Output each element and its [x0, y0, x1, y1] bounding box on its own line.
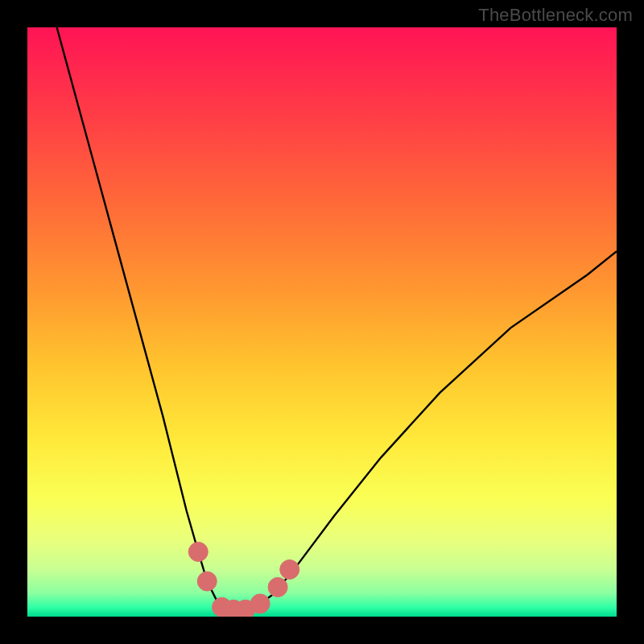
- chart-svg: [27, 27, 617, 617]
- plot-area: [27, 27, 617, 617]
- data-marker: [197, 572, 217, 591]
- watermark-text: TheBottleneck.com: [478, 5, 633, 26]
- gradient-background: [27, 27, 617, 617]
- data-marker: [250, 594, 270, 613]
- data-marker: [188, 542, 208, 561]
- data-marker: [280, 559, 299, 579]
- chart-frame: TheBottleneck.com: [0, 0, 644, 644]
- data-marker: [268, 577, 287, 597]
